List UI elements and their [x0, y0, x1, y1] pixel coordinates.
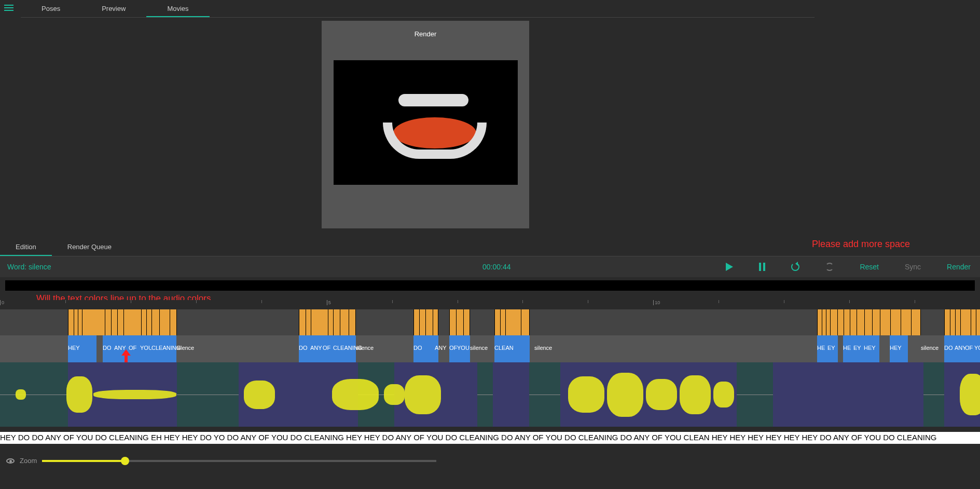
current-word: Word: silence: [7, 263, 51, 271]
word-segment-label: CLEAN: [494, 345, 514, 351]
phoneme-segment[interactable]: [944, 309, 980, 335]
word-segment-label: OF: [323, 345, 330, 351]
waveform-peak: [332, 379, 379, 410]
waveform-track[interactable]: [0, 362, 980, 427]
mouth-lower-lip: [383, 123, 487, 159]
waveform-peak: [16, 389, 26, 400]
word-segment-label: ANY: [435, 345, 447, 351]
ruler-tick: [784, 300, 784, 303]
pause-icon[interactable]: [759, 263, 765, 271]
play-icon[interactable]: [726, 263, 733, 271]
ruler-tick: 5: [327, 300, 331, 305]
render-card-title: Render: [322, 21, 529, 47]
word-track[interactable]: HEYDOANYOFYOUCLEANINGsilenceDOANYOFCLEAN…: [0, 335, 980, 362]
zoom-label: Zoom: [20, 457, 37, 465]
ruler-tick: [588, 300, 588, 303]
word-segment-label: HE: [843, 345, 851, 351]
zoom-slider-handle[interactable]: [121, 457, 129, 465]
waveform-peak: [244, 381, 275, 409]
zoom-slider[interactable]: [42, 460, 436, 462]
waveform-region: [493, 362, 529, 427]
tab-preview[interactable]: Preview: [81, 0, 146, 17]
word-segment-label: silence: [356, 345, 374, 351]
waveform-peak: [607, 373, 643, 417]
ruler-tick: [522, 300, 523, 303]
waveform-region: [773, 362, 923, 427]
word-segment-label: EY: [853, 345, 861, 351]
waveform-peak: [93, 390, 176, 399]
waveform-peak: [960, 374, 980, 415]
word-segment-label: DO: [103, 345, 112, 351]
word-segment-label: HE: [817, 345, 825, 351]
phoneme-track[interactable]: [0, 309, 980, 335]
render-preview[interactable]: [334, 60, 518, 185]
phoneme-segment[interactable]: [413, 309, 438, 335]
ruler-tick: [131, 300, 131, 303]
word-segment-label: OF: [449, 345, 457, 351]
word-segment-label: silence: [470, 345, 488, 351]
word-segment-label: DO: [413, 345, 422, 351]
word-segment-label: silence: [176, 345, 194, 351]
tab-poses[interactable]: Poses: [21, 0, 81, 17]
timeline-scrubber[interactable]: [5, 280, 975, 291]
mouth-upper-lip: [398, 94, 468, 106]
render-card: Render: [322, 21, 529, 228]
phoneme-segment[interactable]: [68, 309, 177, 335]
word-segment-label: HEY: [68, 345, 80, 351]
zoom-control: Zoom: [6, 457, 436, 465]
reset-button[interactable]: Reset: [860, 263, 879, 271]
word-segment-label: HEY: [864, 345, 876, 351]
hamburger-icon[interactable]: [4, 3, 13, 12]
waveform-peak: [680, 375, 711, 414]
ruler-tick: [261, 300, 262, 303]
ruler-tick: 0: [0, 300, 4, 305]
phoneme-segment[interactable]: [299, 309, 356, 335]
ruler-tick: 10: [653, 300, 660, 305]
phoneme-segment[interactable]: [494, 309, 530, 335]
word-segment-label: EY: [827, 345, 835, 351]
waveform-peak: [384, 384, 405, 405]
tab-edition[interactable]: Edition: [0, 238, 52, 256]
replay-icon[interactable]: [791, 263, 799, 271]
word-segment-label: YOU: [140, 345, 153, 351]
phoneme-segment[interactable]: [449, 309, 470, 335]
word-segment-label: OF: [965, 345, 973, 351]
word-segment-label: DO: [944, 345, 953, 351]
visibility-icon[interactable]: [6, 458, 15, 464]
tab-render-queue[interactable]: Render Queue: [52, 238, 127, 256]
ruler-tick: [392, 300, 393, 303]
timecode: 00:00:44: [482, 263, 511, 271]
sync-icon[interactable]: [825, 263, 834, 271]
word-segment-label: ANY: [310, 345, 322, 351]
ruler-tick: [849, 300, 850, 303]
waveform-peak: [646, 379, 677, 410]
word-segment-label: silence: [921, 345, 938, 351]
transport-bar: Word: silence 00:00:44 Reset Sync Render: [0, 256, 980, 277]
waveform-peak: [66, 376, 92, 413]
transcript-text[interactable]: HEY DO DO ANY OF YOU DO CLEANING EH HEY …: [0, 432, 980, 444]
waveform-peak: [568, 376, 604, 413]
ruler-tick: [915, 300, 915, 303]
word-segment-label: HEY: [890, 345, 902, 351]
sync-button[interactable]: Sync: [905, 263, 921, 271]
ruler-tick: [65, 300, 66, 303]
word-segment-label: YOU: [457, 345, 470, 351]
word-segment-label: DO: [299, 345, 308, 351]
ruler-tick: [458, 300, 458, 303]
waveform-peak: [405, 375, 441, 414]
word-segment-label: YOU: [974, 345, 980, 351]
waveform-peak: [713, 382, 734, 408]
word-segment-label: silence: [534, 345, 552, 351]
ruler-tick: [719, 300, 719, 303]
ruler-tick: [196, 300, 197, 303]
tab-movies[interactable]: Movies: [146, 0, 209, 17]
phoneme-segment[interactable]: [817, 309, 921, 335]
timeline-ruler[interactable]: 0510: [0, 300, 980, 307]
annotation-add-space: Please add more space: [812, 239, 910, 250]
render-button[interactable]: Render: [947, 263, 971, 271]
top-tabs: Poses Preview Movies: [21, 0, 815, 18]
